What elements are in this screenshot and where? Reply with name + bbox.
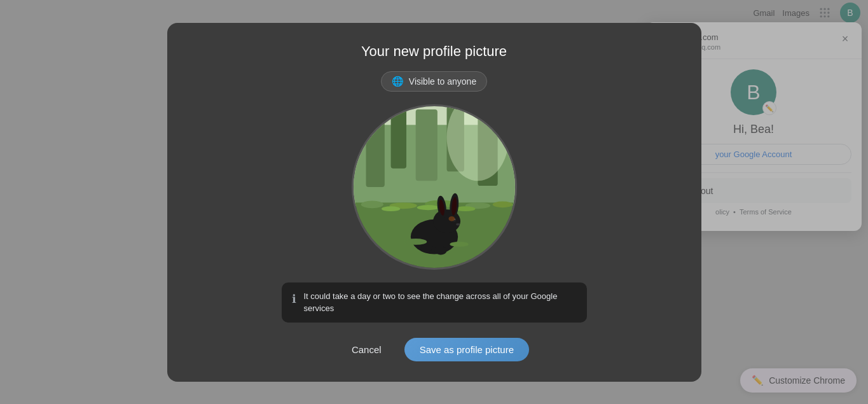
- svg-point-38: [404, 239, 427, 245]
- visibility-label: Visible to anyone: [409, 76, 476, 87]
- svg-rect-12: [390, 106, 406, 169]
- svg-point-39: [450, 241, 468, 246]
- profile-picture-modal: Your new profile picture 🌐 Visible to an…: [167, 23, 701, 382]
- profile-picture-preview: [352, 104, 517, 270]
- svg-point-23: [381, 206, 399, 211]
- save-profile-picture-button[interactable]: Save as profile picture: [404, 338, 529, 361]
- cancel-button[interactable]: Cancel: [339, 338, 394, 361]
- svg-rect-11: [366, 112, 384, 186]
- svg-point-37: [448, 216, 455, 221]
- visibility-badge[interactable]: 🌐 Visible to anyone: [381, 71, 487, 92]
- info-box: ℹ It could take a day or two to see the …: [282, 282, 587, 323]
- info-icon: ℹ: [292, 291, 296, 308]
- modal-title: Your new profile picture: [361, 43, 507, 60]
- modal-overlay: Your new profile picture 🌐 Visible to an…: [0, 0, 868, 404]
- modal-actions: Cancel Save as profile picture: [339, 338, 529, 361]
- svg-point-18: [361, 200, 383, 208]
- info-text: It could take a day or two to see the ch…: [304, 290, 577, 315]
- svg-point-34: [456, 223, 460, 225]
- svg-point-24: [417, 205, 439, 210]
- svg-rect-13: [415, 109, 437, 180]
- globe-icon: 🌐: [392, 76, 404, 87]
- svg-point-22: [492, 201, 512, 207]
